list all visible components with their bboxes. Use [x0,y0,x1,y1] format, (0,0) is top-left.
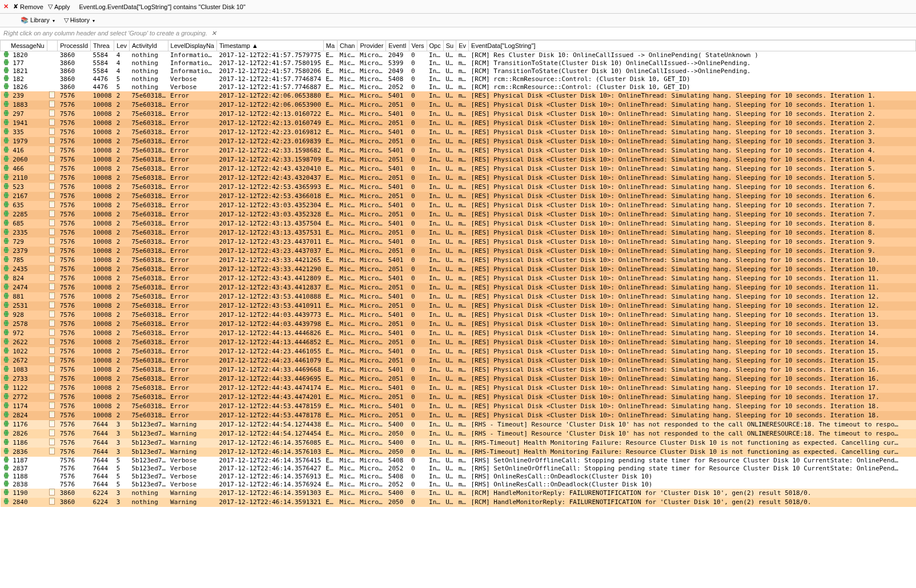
hex-icon [4,275,9,280]
hex-icon [4,174,9,180]
col-evt[interactable]: EventI [386,41,409,51]
page-icon [49,347,55,354]
hex-icon [4,384,9,390]
page-icon [49,237,55,244]
table-row[interactable]: 28367576764435b123ed7…Warning2017-12-12T… [1,448,916,457]
table-row[interactable]: 1883757610008275e60318…Error2017-12-12T2… [1,100,916,110]
col-opc[interactable]: Opc [427,41,443,51]
table-header[interactable]: MessageNuProcessIdThreaLevActivityIdLeve… [1,41,916,51]
table-row[interactable]: 1821386055844nothingInformatio…2017-12-1… [1,67,916,75]
apply-button[interactable]: ▽ Apply [48,3,70,10]
table-row[interactable]: 2435757610008275e60318…Error2017-12-12T2… [1,265,916,274]
col-ev[interactable]: Ev [456,41,469,51]
col-ic[interactable] [47,41,57,51]
col-levd[interactable]: LevelDisplayNa [168,41,216,51]
table-row[interactable]: 1022757610008275e60318…Error2017-12-12T2… [1,347,916,356]
table-row[interactable]: 1941757610008275e60318…Error2017-12-12T2… [1,119,916,128]
table-row[interactable]: 28387576764455b123ed7…Verbose2017-12-12T… [1,481,916,489]
col-ma[interactable]: Ma [323,41,337,51]
col-chan[interactable]: Chan [338,41,357,51]
table-row[interactable]: 297757610008275e60318…Error2017-12-12T22… [1,110,916,119]
col-act[interactable]: ActivityId [129,41,168,51]
table-row[interactable]: 1174757610008275e60318…Error2017-12-12T2… [1,402,916,411]
table-row[interactable]: 1083757610008275e60318…Error2017-12-12T2… [1,365,916,374]
table-row[interactable]: 177386055844nothingInformatio…2017-12-12… [1,59,916,67]
col-thr[interactable]: Threa [91,41,114,51]
page-icon [49,155,55,162]
hex-icon [4,430,9,436]
hex-icon [4,302,9,308]
table-row[interactable]: 2672757610008275e60318…Error2017-12-12T2… [1,356,916,365]
table-row[interactable]: 11877576764455b123ed7…Verbose2017-12-12T… [1,457,916,465]
table-row[interactable]: 416757610008275e60318…Error2017-12-12T22… [1,146,916,155]
table-row[interactable]: 785757610008275e60318…Error2017-12-12T22… [1,256,916,265]
table-row[interactable]: 2335757610008275e60318…Error2017-12-12T2… [1,228,916,237]
table-row[interactable]: 239757610008275e60318…Error2017-12-12T22… [1,91,916,100]
table-row[interactable]: 523757610008275e60318…Error2017-12-12T22… [1,183,916,192]
hex-icon [4,59,9,65]
table-row[interactable]: 11767576764435b123ed7…Warning2017-12-12T… [1,420,916,429]
col-log[interactable]: EventData["LogString"] [469,41,916,51]
table-row[interactable]: 1190386062243nothingWarning2017-12-12T22… [1,489,916,498]
hex-icon [4,211,9,216]
col-vers[interactable]: Vers [409,41,427,51]
hex-icon [4,156,9,162]
table-row[interactable]: 2060757610008275e60318…Error2017-12-12T2… [1,155,916,164]
table-row[interactable]: 1826386044765nothingVerbose2017-12-12T22… [1,83,916,91]
table-row[interactable]: 466757610008275e60318…Error2017-12-12T22… [1,164,916,174]
table-row[interactable]: 2531757610008275e60318…Error2017-12-12T2… [1,301,916,311]
hex-icon [4,202,9,207]
table-row[interactable]: 881757610008275e60318…Error2017-12-12T22… [1,292,916,301]
table-row[interactable]: 972757610008275e60318…Error2017-12-12T22… [1,329,916,338]
remove-button[interactable]: ✘ Remove [13,3,43,10]
page-icon [49,292,55,299]
hex-icon [4,402,9,408]
col-msgnu[interactable]: MessageNu [1,41,47,51]
col-ts[interactable]: Timestamp ▲ [217,41,324,51]
grouping-hint: Right click on any column header and sel… [0,27,916,40]
page-icon [49,192,55,199]
col-pid[interactable]: ProcessId [58,41,91,51]
col-su[interactable]: Su [443,41,456,51]
table-row[interactable]: 335757610008275e60318…Error2017-12-12T22… [1,128,916,137]
table-row[interactable]: 729757610008275e60318…Error2017-12-12T22… [1,237,916,247]
table-row[interactable]: 1122757610008275e60318…Error2017-12-12T2… [1,384,916,393]
history-button[interactable]: ▽ History ▾ [64,17,95,24]
table-row[interactable]: 1979757610008275e60318…Error2017-12-12T2… [1,137,916,146]
table-row[interactable]: 2379757610008275e60318…Error2017-12-12T2… [1,247,916,256]
table-row[interactable]: 182386044765nothingVerbose2017-12-12T22:… [1,75,916,83]
table-row[interactable]: 28377576764455b123ed7…Verbose2017-12-12T… [1,465,916,473]
table-row[interactable]: 2110757610008275e60318…Error2017-12-12T2… [1,174,916,183]
close-hint-button[interactable]: ✕ [211,30,216,37]
col-lev[interactable]: Lev [114,41,130,51]
table-row[interactable]: 2824757610008275e60318…Error2017-12-12T2… [1,411,916,420]
table-row[interactable]: 2474757610008275e60318…Error2017-12-12T2… [1,283,916,292]
table-row[interactable]: 2772757610008275e60318…Error2017-12-12T2… [1,393,916,402]
table-row[interactable]: 11887576764455b123ed7…Verbose2017-12-12T… [1,473,916,481]
col-prov[interactable]: Provider [357,41,386,51]
table-row[interactable]: 2733757610008275e60318…Error2017-12-12T2… [1,374,916,384]
page-icon [49,228,55,235]
table-row[interactable]: 2622757610008275e60318…Error2017-12-12T2… [1,338,916,347]
table-row[interactable]: 635757610008275e60318…Error2017-12-12T22… [1,201,916,210]
table-row[interactable]: 2840386062243nothingWarning2017-12-12T22… [1,498,916,507]
table-row[interactable]: 28267576764435b123ed7…Warning2017-12-12T… [1,429,916,438]
table-row[interactable]: 1820386055844nothingInformatio…2017-12-1… [1,51,916,60]
page-icon [49,301,55,308]
hex-icon [4,421,9,426]
table-row[interactable]: 824757610008275e60318…Error2017-12-12T22… [1,274,916,283]
table-row[interactable]: 685757610008275e60318…Error2017-12-12T22… [1,219,916,228]
hex-icon [4,348,9,353]
hex-icon [4,473,9,478]
library-button[interactable]: 📚 Library ▾ [21,17,55,24]
table-row[interactable]: 2167757610008275e60318…Error2017-12-12T2… [1,192,916,201]
close-button[interactable]: ✕ [3,3,9,10]
table-row[interactable]: 928757610008275e60318…Error2017-12-12T22… [1,311,916,320]
table-row[interactable]: 2578757610008275e60318…Error2017-12-12T2… [1,320,916,329]
hex-icon [4,119,9,125]
page-icon [49,146,55,153]
table-row[interactable]: 2285757610008275e60318…Error2017-12-12T2… [1,210,916,219]
hex-icon [4,284,9,289]
table-row[interactable]: 11867576764435b123ed7…Warning2017-12-12T… [1,438,916,448]
hex-icon [4,256,9,262]
